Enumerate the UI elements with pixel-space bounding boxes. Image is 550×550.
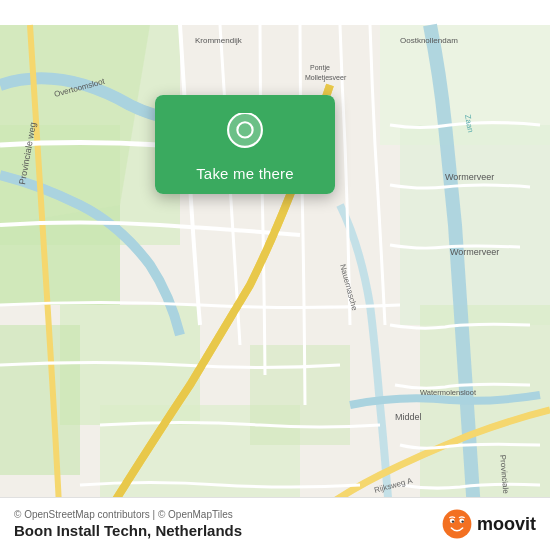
svg-text:Krommendijk: Krommendijk bbox=[195, 36, 243, 45]
svg-point-28 bbox=[443, 510, 472, 539]
location-name: Boon Install Techn, Netherlands bbox=[14, 522, 242, 539]
map-background: Provinciale weg Overtoomsloot Krommendij… bbox=[0, 0, 550, 550]
svg-rect-5 bbox=[0, 325, 80, 475]
moovit-text: moovit bbox=[477, 514, 536, 535]
svg-rect-9 bbox=[400, 125, 550, 325]
popup-green-section[interactable]: Take me there bbox=[155, 95, 335, 194]
svg-text:Middel: Middel bbox=[395, 412, 422, 422]
bottom-left: © OpenStreetMap contributors | © OpenMap… bbox=[14, 509, 242, 539]
svg-text:Wormerveer: Wormerveer bbox=[445, 172, 494, 182]
map-container: Provinciale weg Overtoomsloot Krommendij… bbox=[0, 0, 550, 550]
moovit-logo: moovit bbox=[441, 508, 536, 540]
svg-text:Molletjesveer: Molletjesveer bbox=[305, 74, 347, 82]
popup-button-label[interactable]: Take me there bbox=[196, 165, 294, 182]
svg-text:Wormerveer: Wormerveer bbox=[450, 247, 499, 257]
popup-card[interactable]: Take me there bbox=[155, 95, 335, 194]
svg-text:Oostknollendam: Oostknollendam bbox=[400, 36, 458, 45]
svg-point-31 bbox=[452, 520, 454, 522]
location-pin-icon bbox=[223, 113, 267, 157]
svg-text:Pontje: Pontje bbox=[310, 64, 330, 72]
svg-point-32 bbox=[461, 520, 463, 522]
bottom-bar: © OpenStreetMap contributors | © OpenMap… bbox=[0, 497, 550, 550]
moovit-icon bbox=[441, 508, 473, 540]
svg-text:Watermolensloot: Watermolensloot bbox=[420, 388, 477, 397]
attribution-text: © OpenStreetMap contributors | © OpenMap… bbox=[14, 509, 242, 520]
